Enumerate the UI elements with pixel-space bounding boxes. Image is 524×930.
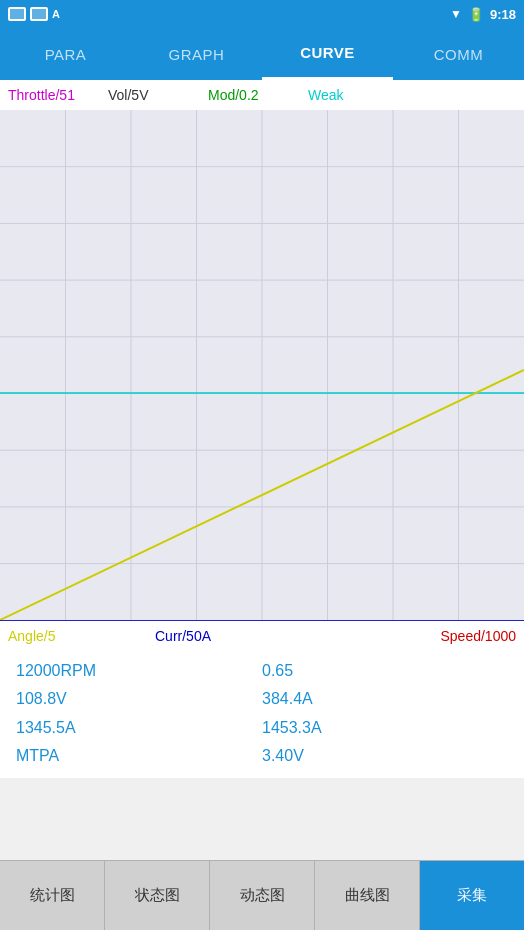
data-rpm: 12000RPM xyxy=(16,660,262,682)
label-curr: Curr/50A xyxy=(118,628,248,644)
data-val1: 0.65 xyxy=(262,660,508,682)
bottom-nav: 统计图 状态图 动态图 曲线图 采集 xyxy=(0,860,524,930)
status-right: ▼ 🔋 9:18 xyxy=(450,7,516,22)
tab-bar: PARA GRAPH CURVE COMM xyxy=(0,28,524,80)
battery-icon: 🔋 xyxy=(468,7,484,22)
label-speed: Speed/1000 xyxy=(248,628,516,644)
label-vol: Vol/5V xyxy=(108,87,208,103)
nav-curve[interactable]: 曲线图 xyxy=(315,861,420,930)
data-val2: 1453.3A xyxy=(262,717,508,739)
data-voltage: 108.8V xyxy=(16,688,262,710)
icon-box2 xyxy=(30,7,48,21)
chart-labels-bottom: Angle/5 Curr/50A Speed/1000 xyxy=(0,620,524,650)
data-val3: 3.40V xyxy=(262,745,508,767)
status-icons: A xyxy=(8,7,60,21)
tab-para[interactable]: PARA xyxy=(0,28,131,80)
nav-state[interactable]: 状态图 xyxy=(105,861,210,930)
data-mtpa: MTPA xyxy=(16,745,262,767)
chart-area xyxy=(0,110,524,620)
icon-box1 xyxy=(8,7,26,21)
chart-labels-top: Throttle/51 Vol/5V Mod/0.2 Weak xyxy=(0,80,524,110)
tab-graph[interactable]: GRAPH xyxy=(131,28,262,80)
icon-letter: A xyxy=(52,8,60,20)
wifi-icon: ▼ xyxy=(450,7,462,21)
tab-comm[interactable]: COMM xyxy=(393,28,524,80)
tab-curve[interactable]: CURVE xyxy=(262,28,393,80)
label-mod: Mod/0.2 xyxy=(208,87,308,103)
nav-stats[interactable]: 统计图 xyxy=(0,861,105,930)
data-current1: 384.4A xyxy=(262,688,508,710)
data-current2: 1345.5A xyxy=(16,717,262,739)
chart-svg xyxy=(0,110,524,620)
nav-dynamic[interactable]: 动态图 xyxy=(210,861,315,930)
clock: 9:18 xyxy=(490,7,516,22)
status-bar: A ▼ 🔋 9:18 xyxy=(0,0,524,28)
data-section: 12000RPM 0.65 108.8V 384.4A 1345.5A 1453… xyxy=(0,650,524,778)
label-throttle: Throttle/51 xyxy=(8,87,108,103)
label-weak: Weak xyxy=(308,87,516,103)
label-angle: Angle/5 xyxy=(8,628,118,644)
nav-collect[interactable]: 采集 xyxy=(420,861,524,930)
